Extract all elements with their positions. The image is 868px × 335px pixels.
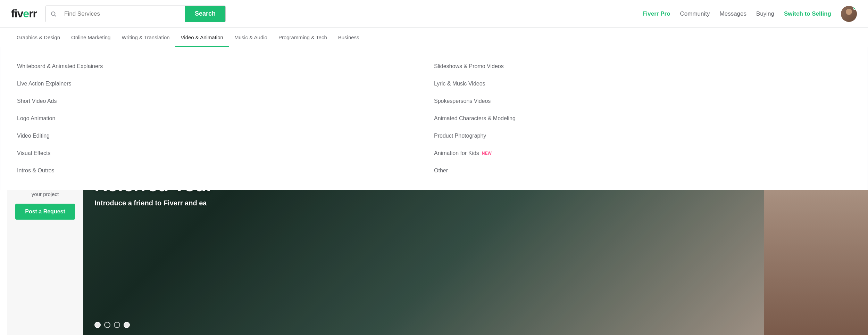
search-input[interactable]: [61, 6, 185, 22]
logo[interactable]: fiverr: [11, 7, 37, 20]
cat-music[interactable]: Music & Audio: [229, 28, 273, 47]
cat-graphics[interactable]: Graphics & Design: [11, 28, 66, 47]
dropdown-animated-chars[interactable]: Animated Characters & Modeling: [434, 111, 851, 126]
nav-fiverr-pro[interactable]: Fiverr Pro: [642, 10, 670, 17]
cat-programming[interactable]: Programming & Tech: [273, 28, 333, 47]
dropdown-slideshows[interactable]: Slideshows & Promo Videos: [434, 58, 851, 74]
cat-video[interactable]: Video & Animation: [175, 28, 229, 47]
search-icon: [45, 6, 61, 22]
cat-writing[interactable]: Writing & Translation: [116, 28, 175, 47]
dot-3[interactable]: [114, 322, 120, 328]
dropdown-live-action[interactable]: Live Action Explainers: [17, 76, 434, 92]
dropdown-product-photo[interactable]: Product Photography: [434, 128, 851, 144]
dropdown-spokespersons[interactable]: Spokespersons Videos: [434, 93, 851, 109]
dropdown-short-video[interactable]: Short Video Ads: [17, 93, 434, 109]
category-nav: Graphics & Design Online Marketing Writi…: [0, 28, 868, 47]
dropdown-intros-outros[interactable]: Intros & Outros: [17, 163, 434, 179]
dropdown-video-editing[interactable]: Video Editing: [17, 128, 434, 144]
dropdown-visual-effects[interactable]: Visual Effects: [17, 145, 434, 161]
dropdown-col-1: Whiteboard & Animated Explainers Live Ac…: [17, 58, 434, 179]
video-dropdown: Whiteboard & Animated Explainers Live Ac…: [0, 47, 868, 190]
dropdown-lyric-videos[interactable]: Lyric & Music Videos: [434, 76, 851, 92]
cat-business[interactable]: Business: [333, 28, 365, 47]
banner-dots: [94, 322, 130, 328]
dot-4[interactable]: [124, 322, 130, 328]
dropdown-whiteboard[interactable]: Whiteboard & Animated Explainers: [17, 58, 434, 74]
dropdown-other[interactable]: Other: [434, 163, 851, 179]
header-nav: Fiverr Pro Community Messages Buying Swi…: [642, 6, 857, 22]
nav-messages[interactable]: Messages: [720, 10, 746, 17]
banner-subtitle: Introduce a friend to Fiverr and ea: [94, 199, 213, 207]
new-badge: NEW: [482, 151, 492, 156]
dropdown-col-2: Slideshows & Promo Videos Lyric & Music …: [434, 58, 851, 179]
avatar[interactable]: [841, 6, 857, 22]
dropdown-logo-animation[interactable]: Logo Animation: [17, 111, 434, 126]
svg-line-1: [55, 15, 56, 16]
dot-2[interactable]: [104, 322, 110, 328]
dropdown-animation-kids[interactable]: Animation for Kids NEW: [434, 145, 851, 161]
search-bar: Search: [45, 6, 226, 22]
dot-1[interactable]: [94, 322, 101, 328]
header: fiverr Search Fiverr Pro Community Messa…: [0, 0, 868, 28]
post-request-button[interactable]: Post a Request: [15, 204, 75, 220]
svg-point-0: [51, 12, 55, 16]
cat-marketing[interactable]: Online Marketing: [66, 28, 116, 47]
dropdown-animation-kids-label: Animation for Kids: [434, 150, 479, 156]
nav-switch-selling[interactable]: Switch to Selling: [784, 10, 831, 17]
nav-community[interactable]: Community: [680, 10, 710, 17]
avatar-image: [841, 6, 857, 22]
nav-buying[interactable]: Buying: [756, 10, 774, 17]
search-button[interactable]: Search: [185, 6, 225, 22]
